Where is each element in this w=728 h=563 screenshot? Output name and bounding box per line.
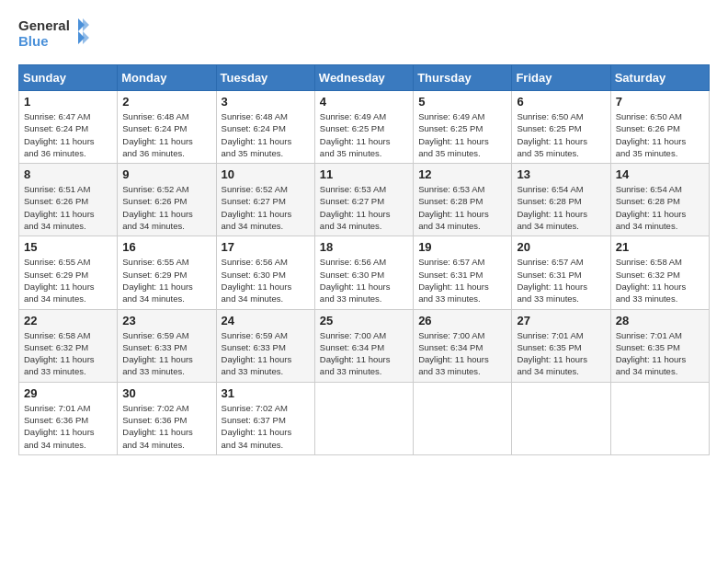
calendar-table: SundayMondayTuesdayWednesdayThursdayFrid… bbox=[18, 64, 710, 455]
day-info: Sunrise: 6:55 AMSunset: 6:29 PMDaylight:… bbox=[24, 256, 112, 304]
day-info: Sunrise: 6:57 AMSunset: 6:31 PMDaylight:… bbox=[517, 256, 605, 304]
day-number: 13 bbox=[517, 167, 605, 181]
calendar-cell: 10Sunrise: 6:52 AMSunset: 6:27 PMDayligh… bbox=[216, 164, 314, 236]
day-info: Sunrise: 6:52 AMSunset: 6:27 PMDaylight:… bbox=[222, 183, 310, 232]
day-number: 30 bbox=[122, 386, 210, 400]
day-number: 31 bbox=[222, 386, 310, 400]
calendar-body: 1Sunrise: 6:47 AMSunset: 6:24 PMDaylight… bbox=[19, 91, 710, 455]
day-info: Sunrise: 6:53 AMSunset: 6:28 PMDaylight:… bbox=[418, 183, 506, 232]
day-number: 23 bbox=[122, 314, 210, 327]
day-info: Sunrise: 7:02 AMSunset: 6:36 PMDaylight:… bbox=[122, 402, 210, 451]
day-number: 19 bbox=[418, 240, 506, 254]
calendar-day-header: Monday bbox=[118, 65, 216, 91]
day-info: Sunrise: 6:51 AMSunset: 6:26 PMDaylight:… bbox=[24, 183, 112, 232]
day-number: 29 bbox=[24, 386, 112, 400]
calendar-cell: 18Sunrise: 6:56 AMSunset: 6:30 PMDayligh… bbox=[314, 236, 413, 309]
day-number: 14 bbox=[616, 167, 704, 181]
day-info: Sunrise: 7:01 AMSunset: 6:36 PMDaylight:… bbox=[24, 402, 112, 451]
day-number: 4 bbox=[320, 95, 408, 109]
day-number: 22 bbox=[24, 314, 112, 327]
calendar-cell: 26Sunrise: 7:00 AMSunset: 6:34 PMDayligh… bbox=[414, 309, 512, 382]
day-number: 15 bbox=[24, 240, 112, 254]
day-info: Sunrise: 6:55 AMSunset: 6:29 PMDaylight:… bbox=[122, 256, 210, 304]
day-info: Sunrise: 6:50 AMSunset: 6:25 PMDaylight:… bbox=[517, 110, 605, 159]
calendar-cell: 22Sunrise: 6:58 AMSunset: 6:32 PMDayligh… bbox=[19, 309, 118, 382]
day-number: 28 bbox=[616, 314, 704, 327]
svg-marker-3 bbox=[83, 18, 89, 44]
calendar-cell: 15Sunrise: 6:55 AMSunset: 6:29 PMDayligh… bbox=[19, 236, 118, 309]
calendar-cell: 12Sunrise: 6:53 AMSunset: 6:28 PMDayligh… bbox=[414, 164, 512, 236]
calendar-cell: 14Sunrise: 6:54 AMSunset: 6:28 PMDayligh… bbox=[610, 164, 709, 236]
day-info: Sunrise: 6:59 AMSunset: 6:33 PMDaylight:… bbox=[222, 329, 310, 378]
calendar-cell: 29Sunrise: 7:01 AMSunset: 6:36 PMDayligh… bbox=[19, 382, 118, 454]
calendar-week-row: 22Sunrise: 6:58 AMSunset: 6:32 PMDayligh… bbox=[19, 309, 710, 382]
day-number: 11 bbox=[320, 167, 408, 181]
day-info: Sunrise: 6:58 AMSunset: 6:32 PMDaylight:… bbox=[616, 256, 704, 304]
calendar-cell: 17Sunrise: 6:56 AMSunset: 6:30 PMDayligh… bbox=[216, 236, 314, 309]
calendar-cell: 20Sunrise: 6:57 AMSunset: 6:31 PMDayligh… bbox=[512, 236, 610, 309]
day-number: 20 bbox=[517, 240, 605, 254]
calendar-cell: 1Sunrise: 6:47 AMSunset: 6:24 PMDaylight… bbox=[19, 91, 118, 164]
day-info: Sunrise: 6:47 AMSunset: 6:24 PMDaylight:… bbox=[24, 110, 112, 159]
logo: General Blue bbox=[18, 14, 92, 55]
calendar-cell: 21Sunrise: 6:58 AMSunset: 6:32 PMDayligh… bbox=[610, 236, 709, 309]
day-info: Sunrise: 6:54 AMSunset: 6:28 PMDaylight:… bbox=[616, 183, 704, 232]
calendar-cell bbox=[314, 382, 413, 454]
day-number: 8 bbox=[24, 167, 112, 181]
calendar-header-row: SundayMondayTuesdayWednesdayThursdayFrid… bbox=[19, 65, 710, 91]
calendar-cell: 23Sunrise: 6:59 AMSunset: 6:33 PMDayligh… bbox=[118, 309, 216, 382]
calendar-cell bbox=[512, 382, 610, 454]
day-number: 27 bbox=[517, 314, 605, 327]
day-number: 25 bbox=[320, 314, 408, 327]
day-info: Sunrise: 6:48 AMSunset: 6:24 PMDaylight:… bbox=[122, 110, 210, 159]
calendar-day-header: Friday bbox=[512, 65, 610, 91]
day-info: Sunrise: 6:59 AMSunset: 6:33 PMDaylight:… bbox=[122, 329, 210, 378]
day-info: Sunrise: 6:49 AMSunset: 6:25 PMDaylight:… bbox=[418, 110, 506, 159]
day-info: Sunrise: 6:49 AMSunset: 6:25 PMDaylight:… bbox=[320, 110, 408, 159]
calendar-cell: 31Sunrise: 7:02 AMSunset: 6:37 PMDayligh… bbox=[216, 382, 314, 454]
day-number: 9 bbox=[122, 167, 210, 181]
day-info: Sunrise: 7:02 AMSunset: 6:37 PMDaylight:… bbox=[222, 402, 310, 451]
calendar-cell: 5Sunrise: 6:49 AMSunset: 6:25 PMDaylight… bbox=[414, 91, 512, 164]
day-number: 7 bbox=[616, 95, 704, 109]
page: General Blue SundayMondayTuesdayWednesda… bbox=[0, 0, 728, 469]
calendar-cell: 7Sunrise: 6:50 AMSunset: 6:26 PMDaylight… bbox=[610, 91, 709, 164]
calendar-cell: 13Sunrise: 6:54 AMSunset: 6:28 PMDayligh… bbox=[512, 164, 610, 236]
calendar-cell: 19Sunrise: 6:57 AMSunset: 6:31 PMDayligh… bbox=[414, 236, 512, 309]
calendar-week-row: 8Sunrise: 6:51 AMSunset: 6:26 PMDaylight… bbox=[19, 164, 710, 236]
day-info: Sunrise: 6:53 AMSunset: 6:27 PMDaylight:… bbox=[320, 183, 408, 232]
day-info: Sunrise: 6:56 AMSunset: 6:30 PMDaylight:… bbox=[320, 256, 408, 304]
calendar-cell: 3Sunrise: 6:48 AMSunset: 6:24 PMDaylight… bbox=[216, 91, 314, 164]
day-number: 24 bbox=[222, 314, 310, 327]
header: General Blue bbox=[18, 14, 710, 55]
calendar-cell: 25Sunrise: 7:00 AMSunset: 6:34 PMDayligh… bbox=[314, 309, 413, 382]
day-info: Sunrise: 6:50 AMSunset: 6:26 PMDaylight:… bbox=[616, 110, 704, 159]
day-info: Sunrise: 6:58 AMSunset: 6:32 PMDaylight:… bbox=[24, 329, 112, 378]
day-info: Sunrise: 6:56 AMSunset: 6:30 PMDaylight:… bbox=[222, 256, 310, 304]
calendar-cell: 28Sunrise: 7:01 AMSunset: 6:35 PMDayligh… bbox=[610, 309, 709, 382]
logo-svg: General Blue bbox=[18, 14, 92, 55]
calendar-cell: 24Sunrise: 6:59 AMSunset: 6:33 PMDayligh… bbox=[216, 309, 314, 382]
day-number: 10 bbox=[222, 167, 310, 181]
calendar-day-header: Tuesday bbox=[216, 65, 314, 91]
calendar-week-row: 29Sunrise: 7:01 AMSunset: 6:36 PMDayligh… bbox=[19, 382, 710, 454]
day-number: 16 bbox=[122, 240, 210, 254]
day-number: 26 bbox=[418, 314, 506, 327]
calendar-cell: 16Sunrise: 6:55 AMSunset: 6:29 PMDayligh… bbox=[118, 236, 216, 309]
calendar-cell: 11Sunrise: 6:53 AMSunset: 6:27 PMDayligh… bbox=[314, 164, 413, 236]
svg-text:Blue: Blue bbox=[18, 33, 49, 49]
calendar-week-row: 15Sunrise: 6:55 AMSunset: 6:29 PMDayligh… bbox=[19, 236, 710, 309]
day-number: 6 bbox=[517, 95, 605, 109]
day-info: Sunrise: 7:01 AMSunset: 6:35 PMDaylight:… bbox=[616, 329, 704, 378]
day-number: 17 bbox=[222, 240, 310, 254]
day-info: Sunrise: 7:00 AMSunset: 6:34 PMDaylight:… bbox=[320, 329, 408, 378]
calendar-cell: 8Sunrise: 6:51 AMSunset: 6:26 PMDaylight… bbox=[19, 164, 118, 236]
day-info: Sunrise: 6:54 AMSunset: 6:28 PMDaylight:… bbox=[517, 183, 605, 232]
calendar-cell: 30Sunrise: 7:02 AMSunset: 6:36 PMDayligh… bbox=[118, 382, 216, 454]
calendar-cell bbox=[610, 382, 709, 454]
day-info: Sunrise: 6:57 AMSunset: 6:31 PMDaylight:… bbox=[418, 256, 506, 304]
svg-text:General: General bbox=[18, 17, 70, 33]
calendar-cell: 6Sunrise: 6:50 AMSunset: 6:25 PMDaylight… bbox=[512, 91, 610, 164]
day-info: Sunrise: 7:00 AMSunset: 6:34 PMDaylight:… bbox=[418, 329, 506, 378]
day-number: 5 bbox=[418, 95, 506, 109]
